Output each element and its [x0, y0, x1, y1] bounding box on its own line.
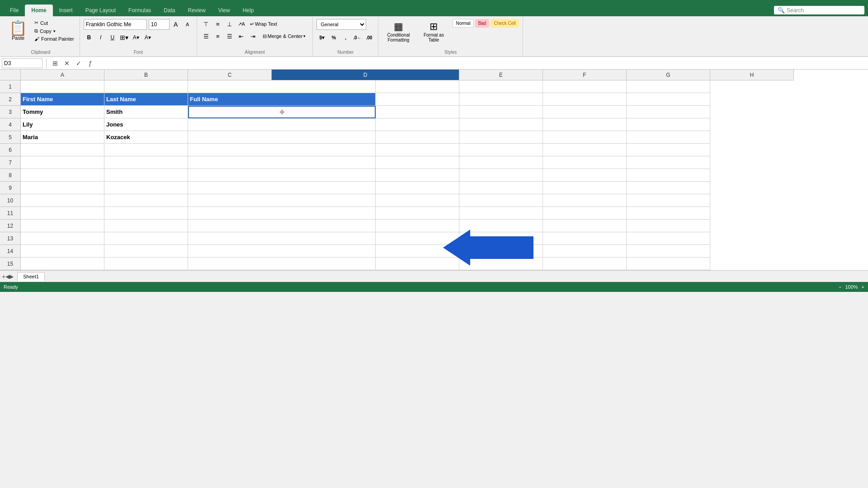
increase-decimal-button[interactable]: .00 [363, 33, 374, 42]
cell-h10[interactable] [627, 194, 710, 207]
cell-h13[interactable] [627, 232, 710, 245]
cell-b14[interactable] [21, 245, 104, 258]
row-num-1[interactable]: 1 [0, 80, 21, 93]
merge-center-button[interactable]: ⊟ Merge & Center ▾ [259, 31, 309, 41]
font-size-select[interactable] [149, 19, 170, 30]
row-num-11[interactable]: 11 [0, 207, 21, 220]
align-middle-button[interactable]: ≡ [212, 19, 223, 29]
wrap-text-button[interactable]: ↵ Wrap Text [248, 19, 279, 29]
cell-c1[interactable] [104, 80, 188, 93]
format-painter-button[interactable]: 🖌 Format Painter [33, 35, 76, 42]
cell-g2[interactable] [543, 93, 627, 106]
cell-e12[interactable] [376, 220, 459, 232]
cell-c9[interactable] [104, 182, 188, 194]
cell-e15[interactable] [376, 258, 459, 270]
cell-d4[interactable] [188, 118, 376, 131]
currency-button[interactable]: $▾ [316, 33, 327, 42]
cell-h6[interactable] [627, 144, 710, 156]
cell-e13[interactable] [376, 232, 459, 245]
conditional-formatting-button[interactable]: ▦ Conditional Formatting [382, 19, 415, 44]
cell-g5[interactable] [543, 131, 627, 144]
cell-f15[interactable] [459, 258, 543, 270]
cell-g13[interactable] [543, 232, 627, 245]
cell-g12[interactable] [543, 220, 627, 232]
font-color-button[interactable]: A▾ [142, 33, 153, 42]
cell-d2[interactable]: Full Name [188, 93, 376, 106]
cell-h1[interactable] [627, 80, 710, 93]
tab-help[interactable]: Help [236, 5, 260, 16]
col-header-b[interactable]: B [104, 70, 188, 80]
tab-home[interactable]: Home [25, 5, 52, 16]
cell-b7[interactable] [21, 156, 104, 169]
cell-c7[interactable] [104, 156, 188, 169]
cell-f3[interactable] [459, 106, 543, 118]
cell-b2[interactable]: First Name [21, 93, 104, 106]
cell-f7[interactable] [459, 156, 543, 169]
align-top-button[interactable]: ⊤ [201, 19, 212, 29]
row-num-15[interactable]: 15 [0, 258, 21, 270]
cell-b15[interactable] [21, 258, 104, 270]
col-header-e[interactable]: E [459, 70, 543, 80]
cell-d10[interactable] [188, 194, 376, 207]
cell-c10[interactable] [104, 194, 188, 207]
cell-c12[interactable] [104, 220, 188, 232]
cell-d11[interactable] [188, 207, 376, 220]
cell-d7[interactable] [188, 156, 376, 169]
cell-e9[interactable] [376, 182, 459, 194]
cell-g10[interactable] [543, 194, 627, 207]
col-header-c[interactable]: C [188, 70, 272, 80]
cell-g1[interactable] [543, 80, 627, 93]
cell-h7[interactable] [627, 156, 710, 169]
nav-sheets-right-button[interactable]: ▶ [9, 273, 14, 280]
decrease-decimal-button[interactable]: .0← [352, 33, 363, 42]
cancel-formula-icon[interactable]: ✕ [62, 58, 72, 68]
cell-f5[interactable] [459, 131, 543, 144]
cut-button[interactable]: ✂ Cut [33, 19, 76, 27]
format-as-table-button[interactable]: ⊞ Format as Table [417, 19, 450, 44]
formula-input[interactable] [97, 59, 866, 67]
align-right-button[interactable]: ☰ [224, 31, 235, 41]
cell-g3[interactable] [543, 106, 627, 118]
font-size-decrease-button[interactable]: A [182, 19, 193, 29]
cell-b5[interactable]: Maria [21, 131, 104, 144]
cell-c5[interactable]: Kozacek [104, 131, 188, 144]
col-header-d[interactable]: D [272, 70, 459, 80]
row-num-9[interactable]: 9 [0, 182, 21, 194]
cell-g4[interactable] [543, 118, 627, 131]
cell-f1[interactable] [459, 80, 543, 93]
tab-page-layout[interactable]: Page Layout [79, 5, 122, 16]
cell-g11[interactable] [543, 207, 627, 220]
row-num-8[interactable]: 8 [0, 169, 21, 182]
cell-b10[interactable] [21, 194, 104, 207]
cell-d3[interactable]: ✛ [188, 106, 376, 118]
cell-h15[interactable] [627, 258, 710, 270]
col-header-a[interactable]: A [21, 70, 104, 80]
col-header-g[interactable]: G [627, 70, 710, 80]
cell-b11[interactable] [21, 207, 104, 220]
italic-button[interactable]: I [95, 33, 106, 42]
row-num-13[interactable]: 13 [0, 232, 21, 245]
cell-b6[interactable] [21, 144, 104, 156]
cell-b1[interactable] [21, 80, 104, 93]
bad-style[interactable]: Bad [475, 19, 490, 28]
align-left-button[interactable]: ☰ [201, 31, 212, 41]
tab-view[interactable]: View [212, 5, 236, 16]
cell-f2[interactable] [459, 93, 543, 106]
cell-h9[interactable] [627, 182, 710, 194]
cell-d14[interactable] [188, 245, 376, 258]
cell-g8[interactable] [543, 169, 627, 182]
cell-d13[interactable] [188, 232, 376, 245]
cell-d8[interactable] [188, 169, 376, 182]
cell-h4[interactable] [627, 118, 710, 131]
scroll-area[interactable]: 1 2 First Name Last Name Full Name [0, 80, 868, 270]
paste-button[interactable]: 📋 Paste [5, 19, 31, 42]
percent-button[interactable]: % [328, 33, 339, 42]
underline-button[interactable]: U [107, 33, 118, 42]
decrease-indent-button[interactable]: ⇤ [236, 31, 247, 41]
add-sheet-button[interactable]: + [2, 273, 5, 280]
cell-c14[interactable] [104, 245, 188, 258]
cell-d6[interactable] [188, 144, 376, 156]
row-num-6[interactable]: 6 [0, 144, 21, 156]
check-cell-style[interactable]: Check Cell [491, 19, 519, 28]
zoom-in-button[interactable]: + [862, 284, 864, 290]
